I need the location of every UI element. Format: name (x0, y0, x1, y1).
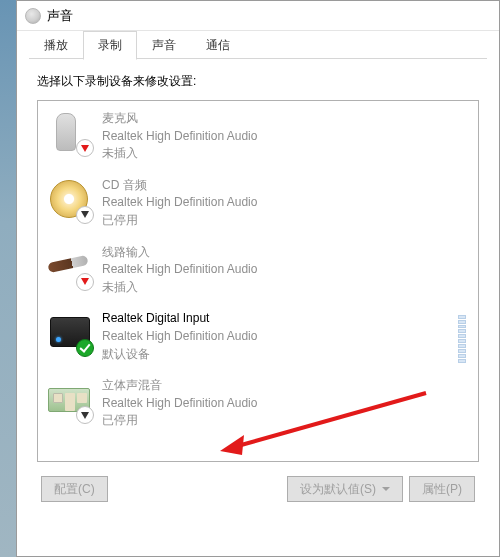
set-default-button[interactable]: 设为默认值(S) (287, 476, 403, 502)
set-default-button-label: 设为默认值(S) (300, 481, 376, 498)
configure-button-label: 配置(C) (54, 481, 95, 498)
device-row-digital-input[interactable]: Realtek Digital Input Realtek High Defin… (38, 305, 478, 372)
microphone-icon (48, 111, 90, 153)
titlebar: 声音 (17, 1, 499, 31)
device-name: 立体声混音 (102, 378, 257, 394)
device-row-cd-audio[interactable]: CD 音频 Realtek High Definition Audio 已停用 (38, 172, 478, 239)
device-status: 已停用 (102, 413, 257, 429)
tab-sounds[interactable]: 声音 (137, 31, 191, 59)
cd-icon (48, 178, 90, 220)
window-title: 声音 (47, 7, 73, 25)
device-desc: Realtek High Definition Audio (102, 396, 257, 412)
properties-button[interactable]: 属性(P) (409, 476, 475, 502)
tab-recording[interactable]: 录制 (83, 31, 137, 60)
tab-strip: 播放 录制 声音 通信 (17, 31, 499, 59)
chevron-down-icon (382, 487, 390, 491)
device-name: Realtek Digital Input (102, 311, 257, 327)
device-desc: Realtek High Definition Audio (102, 329, 257, 345)
device-name: 线路输入 (102, 245, 257, 261)
recording-device-list[interactable]: 麦克风 Realtek High Definition Audio 未插入 CD… (37, 100, 479, 462)
digital-input-icon (48, 311, 90, 353)
device-name: CD 音频 (102, 178, 257, 194)
device-row-stereo-mix[interactable]: 立体声混音 Realtek High Definition Audio 已停用 (38, 372, 478, 439)
status-badge-unplugged-icon (76, 273, 94, 291)
device-status: 已停用 (102, 213, 257, 229)
sound-dialog-window: 声音 播放 录制 声音 通信 选择以下录制设备来修改设置: 麦克风 Realte… (16, 0, 500, 557)
device-desc: Realtek High Definition Audio (102, 262, 257, 278)
sound-app-icon (25, 8, 41, 24)
device-desc: Realtek High Definition Audio (102, 129, 257, 145)
device-row-line-in[interactable]: 线路输入 Realtek High Definition Audio 未插入 (38, 239, 478, 306)
device-status: 未插入 (102, 146, 257, 162)
status-badge-disabled-icon (76, 206, 94, 224)
stereo-mix-icon (48, 378, 90, 420)
tab-content: 选择以下录制设备来修改设置: 麦克风 Realtek High Definiti… (17, 59, 499, 556)
device-name: 麦克风 (102, 111, 257, 127)
device-status: 未插入 (102, 280, 257, 296)
line-in-icon (48, 245, 90, 287)
tab-communications[interactable]: 通信 (191, 31, 245, 59)
status-badge-default-icon (76, 339, 94, 357)
tab-playback[interactable]: 播放 (29, 31, 83, 59)
button-row: 配置(C) 设为默认值(S) 属性(P) (37, 476, 479, 502)
level-meter (458, 315, 466, 363)
device-desc: Realtek High Definition Audio (102, 195, 257, 211)
configure-button[interactable]: 配置(C) (41, 476, 108, 502)
desktop-background-strip (0, 0, 16, 557)
device-status: 默认设备 (102, 347, 257, 363)
status-badge-unplugged-icon (76, 139, 94, 157)
instruction-text: 选择以下录制设备来修改设置: (37, 73, 479, 90)
status-badge-disabled-icon (76, 406, 94, 424)
properties-button-label: 属性(P) (422, 481, 462, 498)
device-row-microphone[interactable]: 麦克风 Realtek High Definition Audio 未插入 (38, 105, 478, 172)
